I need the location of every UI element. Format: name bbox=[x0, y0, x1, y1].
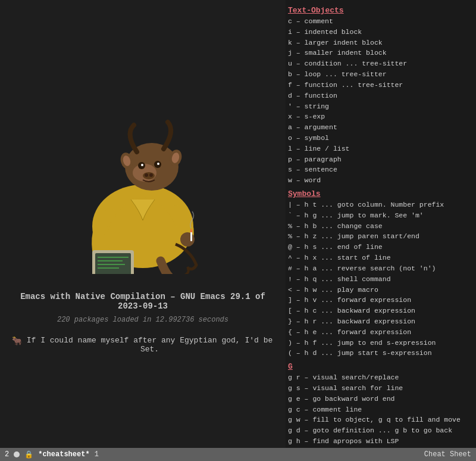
key-item: ! – h q ... shell command bbox=[288, 274, 472, 285]
key-item: i – indented block bbox=[288, 27, 472, 38]
key-item: u – condition ... tree-sitter bbox=[288, 58, 472, 69]
key-item: ( – h d ... jump start s-expression bbox=[288, 348, 472, 359]
key-item: % – h b ... change case bbox=[288, 221, 472, 232]
svg-point-13 bbox=[149, 173, 153, 177]
key-item: k – larger indent block bbox=[288, 38, 472, 48]
key-item: g r – visual search/replace bbox=[288, 372, 472, 383]
quote-text: If I could name myself after any Egyptia… bbox=[26, 336, 274, 354]
svg-rect-20 bbox=[95, 253, 131, 274]
key-item: | – h t ... goto column. Number prefix bbox=[288, 200, 472, 210]
key-item: p – paragraph bbox=[288, 154, 472, 165]
packages-line: 220 packages loaded in 12.992736 seconds bbox=[57, 316, 228, 324]
quote-icon: 🐂 bbox=[12, 336, 22, 346]
key-item: g w – fill to object, g q to fill and mo… bbox=[288, 415, 472, 425]
key-item: ' – string bbox=[288, 101, 472, 112]
key-item: g d – goto definition ... g b to go back bbox=[288, 425, 472, 436]
key-item: g e – go backward word end bbox=[288, 394, 472, 404]
key-item: x – s-exp bbox=[288, 111, 472, 122]
key-item: s – sentence bbox=[288, 164, 472, 175]
section-header-text-objects: Text-Objects bbox=[288, 6, 472, 15]
status-dot bbox=[14, 451, 20, 457]
svg-point-14 bbox=[180, 232, 195, 247]
svg-point-11 bbox=[143, 172, 155, 179]
right-panel[interactable]: Text-Objectsc – commenti – indented bloc… bbox=[286, 0, 476, 461]
status-right-label: Cheat Sheet bbox=[424, 450, 471, 459]
key-item: b – loop ... tree-sitter bbox=[288, 69, 472, 80]
key-item: < – h w ... play macro bbox=[288, 285, 472, 295]
key-item: g s – visual search for line bbox=[288, 383, 472, 394]
key-item: l – line / list bbox=[288, 144, 472, 154]
key-item: { – h e ... forward expression bbox=[288, 327, 472, 338]
key-item: f – function ... tree-sitter bbox=[288, 80, 472, 91]
svg-point-9 bbox=[141, 164, 143, 166]
status-bar: 2 🔒 *cheatsheet* 1 Cheat Sheet bbox=[0, 448, 476, 461]
section-header-g-section: G bbox=[288, 362, 472, 371]
key-item: ^ – h x ... start of line bbox=[288, 253, 472, 263]
key-item: ) – h f ... jump to end s-expression bbox=[288, 338, 472, 348]
key-item: a – argument bbox=[288, 122, 472, 133]
key-item: ] – h v ... forward expression bbox=[288, 295, 472, 306]
key-item: @ – h s ... end of line bbox=[288, 242, 472, 253]
gnu-mascot bbox=[65, 107, 220, 274]
key-item: w – word bbox=[288, 175, 472, 186]
key-item: g h – find apropos with LSP bbox=[288, 436, 472, 447]
status-lock-icon: 🔒 bbox=[24, 450, 33, 459]
key-item: o – symbol bbox=[288, 133, 472, 144]
key-item: # – h a ... reverse search (not 'n') bbox=[288, 263, 472, 274]
key-item: [ – h c ... backward expression bbox=[288, 306, 472, 316]
status-buffer-name: *cheatsheet* bbox=[38, 450, 89, 459]
key-item: g c – comment line bbox=[288, 404, 472, 415]
section-header-symbols: Symbols bbox=[288, 189, 472, 198]
key-item: c – comment bbox=[288, 16, 472, 27]
svg-point-12 bbox=[145, 173, 148, 177]
key-item: d – function bbox=[288, 91, 472, 101]
svg-point-10 bbox=[157, 163, 159, 165]
key-item: } – h r ... backward expression bbox=[288, 316, 472, 327]
emacs-title: Emacs with Native Compilation – GNU Emac… bbox=[12, 292, 274, 311]
key-item: ` – h g ... jump to mark. See 'm' bbox=[288, 210, 472, 221]
quote-line: 🐂 If I could name myself after any Egypt… bbox=[12, 336, 274, 354]
svg-rect-16 bbox=[190, 229, 192, 232]
key-item: j – smaller indent block bbox=[288, 48, 472, 58]
status-buffer-num: 2 bbox=[5, 450, 9, 459]
key-item: % – h z ... jump paren start/end bbox=[288, 231, 472, 242]
status-buf-num2: 1 bbox=[95, 450, 99, 459]
left-panel: Emacs with Native Compilation – GNU Emac… bbox=[0, 0, 286, 461]
